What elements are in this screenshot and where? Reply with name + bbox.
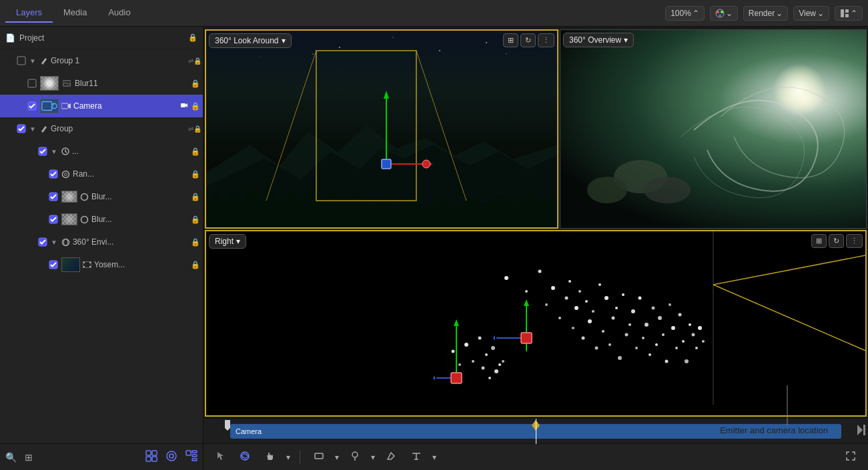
- svg-marker-141: [857, 425, 863, 435]
- svg-rect-61: [382, 159, 391, 169]
- timeline-strip: Camera: [203, 418, 868, 443]
- svg-point-116: [702, 340, 705, 343]
- svg-point-93: [625, 333, 628, 337]
- blur2-lock: 🔒: [191, 215, 200, 224]
- layer-item-camera[interactable]: Camera 🔒: [0, 95, 203, 117]
- checkbox-360env[interactable]: [37, 237, 48, 247]
- svg-point-111: [685, 359, 689, 363]
- checkbox-yosem[interactable]: [48, 259, 59, 270]
- svg-marker-130: [454, 319, 459, 326]
- svg-point-89: [612, 317, 615, 320]
- svg-point-25: [81, 216, 88, 223]
- layer-item-ran[interactable]: Ran... 🔒: [0, 163, 203, 185]
- svg-point-62: [422, 160, 430, 168]
- disclosure-group1[interactable]: ▼: [29, 57, 36, 65]
- svg-point-97: [638, 297, 642, 300]
- svg-rect-11: [42, 102, 52, 111]
- sphere-icon: [61, 238, 70, 247]
- layer-item-sublayer[interactable]: ▼ ... 🔒: [0, 140, 203, 163]
- layer-item-blur11[interactable]: Blur11 🔒: [0, 72, 203, 95]
- checkbox-blur2[interactable]: [48, 214, 59, 225]
- viewport3-layout-btn[interactable]: ⊞: [811, 234, 827, 248]
- layout-btn[interactable]: ⌃: [835, 6, 863, 21]
- viewport2-dropdown[interactable]: 360° Overview ▾: [563, 33, 634, 47]
- layer-item-group1[interactable]: ▼ Group 1 ⇌🔒: [0, 49, 203, 72]
- text-tool[interactable]: [407, 448, 426, 466]
- top-bar: Layers Media Audio 100% ⌃ ⌄ Render ⌄ Vie…: [0, 0, 868, 27]
- svg-rect-14: [61, 103, 68, 109]
- timeline-nav-right[interactable]: [857, 425, 865, 437]
- nav-right-icon: [857, 425, 865, 435]
- grid-btn[interactable]: [145, 450, 157, 464]
- checkbox-blur1[interactable]: [48, 191, 59, 202]
- rectangle-tool[interactable]: [310, 448, 328, 466]
- checkbox-camera[interactable]: [27, 101, 37, 111]
- svg-point-2: [721, 11, 723, 13]
- camera-lock: 🔒: [191, 102, 200, 111]
- export-btn[interactable]: [185, 450, 197, 464]
- view-btn[interactable]: View ⌄: [793, 6, 829, 21]
- search-btn[interactable]: 🔍: [5, 452, 17, 463]
- color-picker-btn[interactable]: ⌄: [710, 6, 738, 21]
- svg-point-108: [675, 347, 678, 349]
- settings-sidebar-btn[interactable]: [165, 450, 177, 464]
- thumb-blur2: [61, 213, 77, 225]
- viewport1-more-btn[interactable]: ⋮: [538, 33, 554, 47]
- layer-item-360env[interactable]: ▼ 360° Envi... 🔒: [0, 231, 203, 253]
- expand-tool[interactable]: [841, 448, 860, 466]
- viewport3-360-btn[interactable]: ↻: [829, 234, 844, 248]
- tab-layers[interactable]: Layers: [5, 3, 53, 23]
- checkbox-group[interactable]: [16, 123, 27, 134]
- layer-item-blur2[interactable]: Blur... 🔒: [0, 208, 203, 231]
- text-dropdown-arrow[interactable]: ▾: [432, 453, 436, 462]
- disclosure-360env[interactable]: ▼: [51, 239, 57, 246]
- orbit-tool[interactable]: [236, 448, 254, 466]
- viewport-360-overview[interactable]: 360° Overview ▾: [560, 29, 867, 229]
- viewport1-dropdown[interactable]: 360° Look Around ▾: [209, 33, 292, 48]
- project-row[interactable]: 📄 Project 🔒: [0, 27, 203, 49]
- viewport2-header: 360° Overview ▾: [563, 33, 634, 47]
- svg-rect-7: [17, 57, 25, 65]
- svg-point-28: [63, 239, 67, 245]
- svg-rect-31: [83, 262, 85, 263]
- svg-point-1: [717, 11, 719, 13]
- svg-point-73: [551, 286, 555, 290]
- checkbox-group1[interactable]: [16, 55, 27, 66]
- rect-dropdown-arrow[interactable]: ▾: [335, 453, 339, 462]
- viewport-360-lookaround[interactable]: 360° Look Around ▾ ⊞ ↻ ⋮: [205, 29, 558, 229]
- top-viewports: 360° Look Around ▾ ⊞ ↻ ⋮: [203, 27, 868, 230]
- disclosure-sublayer[interactable]: ▼: [51, 148, 57, 155]
- checkbox-sublayer[interactable]: [37, 146, 48, 157]
- circle-icon2: [80, 215, 89, 224]
- checkbox-ran[interactable]: [48, 169, 59, 179]
- env360-lock: 🔒: [191, 238, 200, 247]
- pin-tool[interactable]: [346, 448, 364, 466]
- tab-audio[interactable]: Audio: [97, 3, 141, 23]
- layer-item-group[interactable]: ▼ Group ⇌🔒: [0, 117, 203, 140]
- pin-dropdown-arrow[interactable]: ▾: [371, 453, 375, 462]
- layer-item-blur1[interactable]: Blur... 🔒: [0, 185, 203, 208]
- group1-icons: ⇌🔒: [188, 57, 201, 65]
- tab-media[interactable]: Media: [53, 3, 97, 23]
- viewport-right-view[interactable]: Right ▾ ⊞ ↻ ⋮: [205, 230, 867, 417]
- svg-point-100: [648, 353, 651, 356]
- zoom-control[interactable]: 100% ⌃: [665, 6, 705, 21]
- pen-tool[interactable]: [382, 448, 400, 466]
- svg-rect-138: [521, 333, 532, 343]
- right-gizmo-svg: [493, 298, 560, 365]
- viewport1-360-btn[interactable]: ↻: [520, 33, 536, 47]
- svg-point-94: [628, 323, 631, 326]
- hand-tool[interactable]: [261, 448, 280, 466]
- render-btn[interactable]: Render ⌄: [743, 6, 788, 21]
- disclosure-group[interactable]: ▼: [29, 125, 36, 133]
- hand-dropdown-arrow[interactable]: ▾: [286, 453, 290, 462]
- arrow-tool[interactable]: [211, 449, 229, 465]
- viewport1-layout-btn[interactable]: ⊞: [503, 33, 518, 47]
- viewport3-more-btn[interactable]: ⋮: [846, 234, 863, 248]
- pen-icon: [40, 57, 48, 65]
- viewport3-dropdown[interactable]: Right ▾: [209, 234, 246, 249]
- layers-panel: 📄 Project 🔒 ▼ Group 1 ⇌🔒: [0, 27, 203, 443]
- checkbox-blur11[interactable]: [27, 78, 37, 89]
- layout-view-btn[interactable]: ⊞: [25, 452, 33, 463]
- layer-item-yosem[interactable]: Yosem... 🔒: [0, 253, 203, 276]
